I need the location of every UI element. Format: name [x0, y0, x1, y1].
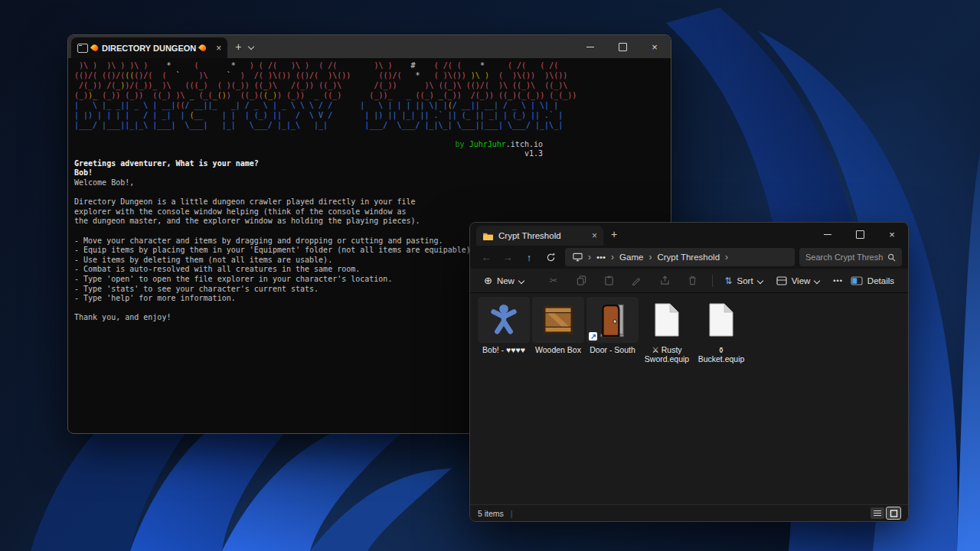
- door-icon: [586, 297, 639, 343]
- new-button[interactable]: ⊕ New: [478, 272, 530, 290]
- file-item[interactable]: Wooden Box: [531, 297, 585, 354]
- search-icon: [887, 253, 896, 262]
- explorer-titlebar: Crypt Threshold × + ×: [470, 223, 908, 246]
- delete-button[interactable]: [679, 272, 705, 290]
- details-toggle[interactable]: Details: [851, 276, 900, 285]
- ascii-art: )\ ) )\ ) )\ ) * ( * ) ( /( )\ ) ( /( )\…: [74, 60, 671, 130]
- list-view-icon: [873, 510, 882, 517]
- rename-button[interactable]: [624, 272, 650, 290]
- paste-icon: [604, 276, 614, 285]
- share-icon: [660, 276, 670, 285]
- back-button[interactable]: ←: [476, 248, 496, 266]
- crate-icon: [532, 297, 584, 343]
- copy-button[interactable]: [568, 272, 594, 290]
- terminal-tab-title: DIRECTORY DUNGEON: [102, 44, 196, 53]
- minimize-button[interactable]: [812, 223, 844, 246]
- player-icon: [478, 297, 530, 343]
- refresh-button[interactable]: [541, 248, 560, 266]
- explorer-navbar: ← → ↑ › ••• › Game › Crypt Threshold: [470, 246, 908, 269]
- details-panel-icon: [851, 276, 863, 285]
- file-item[interactable]: Bob! - ♥♥♥♥: [477, 297, 531, 354]
- view-button[interactable]: View: [770, 272, 826, 290]
- new-tab-button[interactable]: +: [227, 41, 249, 53]
- tab-close-icon[interactable]: ×: [216, 43, 221, 54]
- breadcrumb-chevron: ›: [648, 252, 652, 262]
- chevron-down-icon: [814, 277, 820, 283]
- folder-icon: [482, 231, 494, 240]
- search-input[interactable]: Search Crypt Thresh: [799, 248, 902, 266]
- up-button[interactable]: ↑: [519, 248, 539, 266]
- tab-close-icon[interactable]: ×: [592, 230, 597, 241]
- explorer-window: Crypt Threshold × + × ← → ↑: [469, 222, 909, 522]
- maximize-icon: [619, 43, 627, 51]
- ellipsis-icon: •••: [833, 277, 842, 285]
- minimize-icon: [824, 234, 831, 235]
- file-label: Wooden Box: [535, 345, 581, 354]
- command-bar: ⊕ New ✂ ⇅ Sort: [470, 269, 908, 293]
- file-item[interactable]: Door - South: [586, 297, 639, 354]
- new-tab-button[interactable]: +: [603, 228, 625, 240]
- console-window-icon: [77, 44, 88, 53]
- cut-button[interactable]: ✂: [541, 272, 567, 290]
- file-label: ⚱ Bucket.equip: [694, 345, 748, 364]
- maximize-button[interactable]: [844, 223, 876, 246]
- chevron-down-icon: [756, 277, 763, 283]
- this-pc-icon: [573, 253, 583, 262]
- icon-view-button[interactable]: [887, 507, 900, 519]
- breadcrumb-crypt-threshold[interactable]: Crypt Threshold: [657, 253, 720, 262]
- sort-arrows-icon: ⇅: [724, 276, 732, 286]
- file-label: Bob! - ♥♥♥♥: [482, 345, 525, 354]
- file-item[interactable]: ⚔ Rusty Sword.equip: [640, 297, 694, 364]
- minimize-icon: [586, 47, 594, 47]
- address-bar[interactable]: › ••• › Game › Crypt Threshold ›: [565, 248, 795, 266]
- file-label: ⚔ Rusty Sword.equip: [640, 345, 694, 364]
- flame-icon: [198, 43, 207, 52]
- sort-button[interactable]: ⇅ Sort: [718, 272, 768, 290]
- breadcrumb-overflow[interactable]: •••: [596, 253, 606, 262]
- minimize-button[interactable]: [574, 35, 606, 58]
- breadcrumb-chevron: ›: [725, 252, 728, 262]
- share-button[interactable]: [652, 272, 678, 290]
- explorer-tab-title: Crypt Threshold: [498, 231, 561, 240]
- maximize-icon: [856, 230, 864, 239]
- forward-button[interactable]: →: [498, 248, 518, 266]
- file-label: Door - South: [590, 345, 635, 354]
- status-bar: 5 items |: [470, 504, 908, 521]
- breadcrumb-chevron: ›: [588, 252, 591, 262]
- close-button[interactable]: ×: [639, 35, 671, 58]
- desktop: DIRECTORY DUNGEON × + × )\ ) )\ ) )\ ) *…: [0, 0, 980, 551]
- item-count: 5 items: [478, 509, 504, 518]
- file-icon: [695, 297, 747, 343]
- explorer-tab[interactable]: Crypt Threshold ×: [476, 226, 603, 246]
- paste-button[interactable]: [596, 272, 622, 290]
- view-icon: [776, 276, 787, 285]
- trash-icon: [688, 276, 697, 285]
- scissors-icon: ✂: [550, 275, 558, 286]
- close-button[interactable]: ×: [876, 223, 908, 246]
- rename-icon: [632, 276, 642, 285]
- icon-view-icon: [890, 510, 898, 517]
- copy-icon: [577, 276, 586, 285]
- breadcrumb-chevron: ›: [611, 252, 614, 262]
- maximize-button[interactable]: [606, 35, 639, 58]
- chevron-down-icon: [518, 277, 524, 283]
- file-icon: [641, 297, 693, 343]
- status-divider: |: [511, 509, 513, 518]
- tab-dropdown-icon[interactable]: [248, 44, 254, 50]
- search-text: Search Crypt Thresh: [805, 253, 883, 262]
- file-item[interactable]: ⚱ Bucket.equip: [694, 297, 748, 364]
- plus-circle-icon: ⊕: [484, 275, 492, 286]
- list-view-button[interactable]: [871, 507, 884, 519]
- terminal-titlebar: DIRECTORY DUNGEON × + ×: [68, 35, 671, 58]
- shortcut-arrow-icon: [589, 332, 597, 341]
- toolbar-divider: [712, 275, 713, 287]
- refresh-icon: [546, 253, 556, 262]
- terminal-tab[interactable]: DIRECTORY DUNGEON ×: [71, 37, 227, 58]
- file-grid[interactable]: Bob! - ♥♥♥♥ Wooden Box Door - South ⚔ Ru…: [470, 293, 908, 504]
- flame-icon: [90, 43, 100, 52]
- breadcrumb-game[interactable]: Game: [619, 253, 643, 262]
- more-button[interactable]: •••: [827, 272, 848, 290]
